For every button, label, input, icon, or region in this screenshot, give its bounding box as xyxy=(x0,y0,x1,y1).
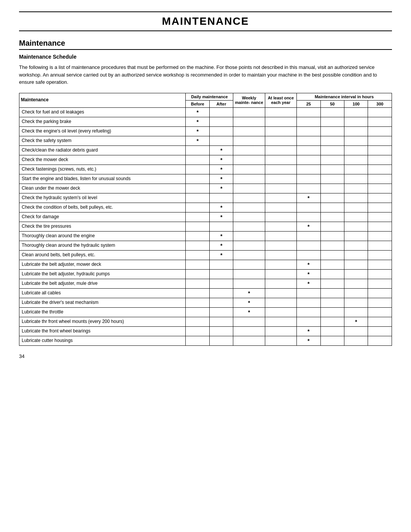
value-cell-atleast xyxy=(265,241,296,250)
value-cell-after xyxy=(209,260,233,269)
value-cell-before xyxy=(186,269,209,279)
value-cell-h25 xyxy=(297,298,320,307)
value-cell-h50 xyxy=(320,145,344,155)
col-header-before: Before xyxy=(186,100,209,107)
value-cell-h300 xyxy=(368,212,392,222)
value-cell-h25 xyxy=(297,184,320,193)
value-cell-after: * xyxy=(209,212,233,222)
value-cell-h25: * xyxy=(297,193,320,203)
subsection-title: Maintenance Schedule xyxy=(19,54,392,60)
value-cell-h300 xyxy=(368,317,392,326)
value-cell-h100 xyxy=(344,241,368,250)
value-cell-before xyxy=(186,222,209,231)
value-cell-h50 xyxy=(320,336,344,345)
value-cell-atleast xyxy=(265,222,296,231)
value-cell-h100 xyxy=(344,307,368,317)
value-cell-before: * xyxy=(186,117,209,126)
task-cell: Lubricate the belt adjuster, mule drive xyxy=(19,279,186,288)
task-cell: Lubricate cutter housings xyxy=(19,336,186,345)
value-cell-h300 xyxy=(368,165,392,174)
value-cell-h300 xyxy=(368,288,392,298)
value-cell-atleast xyxy=(265,288,296,298)
value-cell-weekly: * xyxy=(233,307,265,317)
value-cell-h100 xyxy=(344,184,368,193)
value-cell-h50 xyxy=(320,126,344,136)
value-cell-weekly xyxy=(233,269,265,279)
value-cell-h300 xyxy=(368,107,392,117)
table-row: Check the condition of belts, belt pulle… xyxy=(19,203,392,212)
page-title-container: MAINTENANCE xyxy=(19,11,392,31)
value-cell-h25 xyxy=(297,307,320,317)
value-cell-h300 xyxy=(368,193,392,203)
table-row: Lubricate the belt adjuster, hydraulic p… xyxy=(19,269,392,279)
value-cell-after xyxy=(209,107,233,117)
table-row: Check the mower deck* xyxy=(19,155,392,165)
value-cell-h50 xyxy=(320,222,344,231)
table-row: Clean under the mower deck* xyxy=(19,184,392,193)
value-cell-h300 xyxy=(368,250,392,260)
value-cell-atleast xyxy=(265,165,296,174)
value-cell-h25 xyxy=(297,107,320,117)
value-cell-h50 xyxy=(320,203,344,212)
value-cell-h25 xyxy=(297,136,320,145)
value-cell-atleast xyxy=(265,336,296,345)
value-cell-after: * xyxy=(209,203,233,212)
value-cell-atleast xyxy=(265,269,296,279)
table-row: Check for damage* xyxy=(19,212,392,222)
value-cell-h300 xyxy=(368,117,392,126)
table-row: Check the tire pressures* xyxy=(19,222,392,231)
col-header-interval: Maintenance interval in hours xyxy=(297,93,392,100)
value-cell-weekly xyxy=(233,326,265,336)
value-cell-weekly xyxy=(233,212,265,222)
value-cell-before xyxy=(186,307,209,317)
value-cell-h25 xyxy=(297,174,320,184)
value-cell-before xyxy=(186,241,209,250)
value-cell-h50 xyxy=(320,107,344,117)
task-cell: Check the safety system xyxy=(19,136,186,145)
value-cell-weekly xyxy=(233,155,265,165)
value-cell-h25 xyxy=(297,145,320,155)
value-cell-before: * xyxy=(186,126,209,136)
task-cell: Thoroughly clean around the hydraulic sy… xyxy=(19,241,186,250)
task-cell: Lubricate the throttle xyxy=(19,307,186,317)
value-cell-h100 xyxy=(344,212,368,222)
value-cell-after xyxy=(209,307,233,317)
task-cell: Lubricate thr front wheel mounts (every … xyxy=(19,317,186,326)
value-cell-h300 xyxy=(368,336,392,345)
task-cell: Check the condition of belts, belt pulle… xyxy=(19,203,186,212)
table-row: Check the parking brake* xyxy=(19,117,392,126)
value-cell-weekly: * xyxy=(233,298,265,307)
table-row: Lubricate all cables* xyxy=(19,288,392,298)
value-cell-h25 xyxy=(297,203,320,212)
task-cell: Thoroughly clean around the engine xyxy=(19,231,186,241)
value-cell-h50 xyxy=(320,317,344,326)
col-header-100: 100 xyxy=(344,100,368,107)
value-cell-before xyxy=(186,203,209,212)
page-number: 34 xyxy=(19,353,392,359)
task-cell: Lubricate the front wheel bearings xyxy=(19,326,186,336)
value-cell-before xyxy=(186,288,209,298)
value-cell-h100 xyxy=(344,250,368,260)
value-cell-h100 xyxy=(344,145,368,155)
table-row: Lubricate the front wheel bearings* xyxy=(19,326,392,336)
table-row: Check the safety system* xyxy=(19,136,392,145)
value-cell-h50 xyxy=(320,184,344,193)
maintenance-table: Maintenance Daily maintenance Weekly mai… xyxy=(19,93,392,346)
value-cell-h50 xyxy=(320,117,344,126)
value-cell-before: * xyxy=(186,136,209,145)
value-cell-weekly xyxy=(233,336,265,345)
task-cell: Check the mower deck xyxy=(19,155,186,165)
value-cell-before xyxy=(186,250,209,260)
value-cell-weekly xyxy=(233,231,265,241)
value-cell-h100 xyxy=(344,165,368,174)
value-cell-before xyxy=(186,231,209,241)
value-cell-h300 xyxy=(368,326,392,336)
value-cell-h100 xyxy=(344,117,368,126)
value-cell-after xyxy=(209,336,233,345)
value-cell-h50 xyxy=(320,307,344,317)
table-row: Lubricate thr front wheel mounts (every … xyxy=(19,317,392,326)
value-cell-after xyxy=(209,193,233,203)
value-cell-h25: * xyxy=(297,222,320,231)
value-cell-after xyxy=(209,326,233,336)
value-cell-h25: * xyxy=(297,326,320,336)
